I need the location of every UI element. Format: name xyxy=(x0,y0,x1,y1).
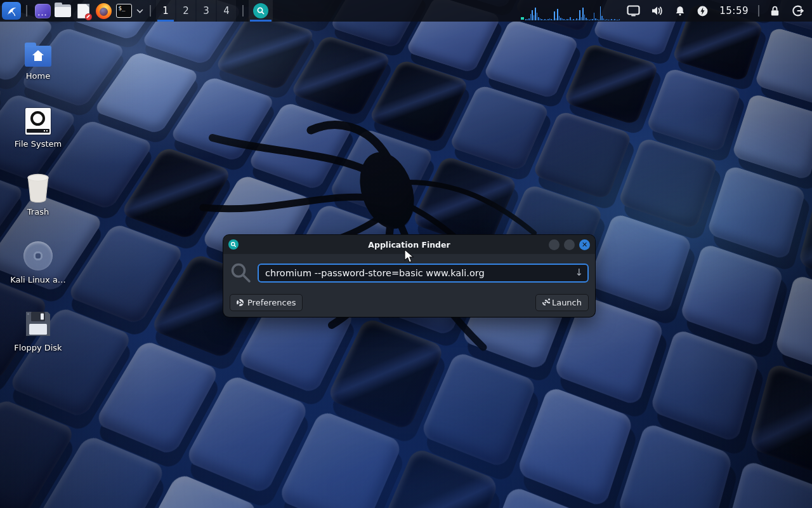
dialog-title: Application Finder xyxy=(223,240,595,250)
cpu-graph-bar xyxy=(613,20,614,20)
cpu-graph-bar xyxy=(527,19,528,20)
logout-icon[interactable] xyxy=(792,4,804,17)
cpu-graph-bar xyxy=(610,20,611,20)
cpu-graph-bar xyxy=(592,19,593,20)
cpu-graph-bar xyxy=(554,11,555,20)
workspace-2[interactable]: 2 xyxy=(176,0,195,22)
lock-icon[interactable] xyxy=(769,5,781,17)
kali-menu-button[interactable] xyxy=(2,2,21,20)
display-icon[interactable] xyxy=(627,5,640,17)
cpu-graph-bar xyxy=(597,19,598,20)
cpu-graph-bar xyxy=(594,13,595,20)
launcher-terminal[interactable]: $_ xyxy=(114,1,134,20)
history-dropdown-icon[interactable]: ↓ xyxy=(575,267,583,278)
cpu-graph-bar xyxy=(601,16,603,20)
desktop-icon-file-system[interactable]: File System xyxy=(6,103,70,149)
hard-drive-icon xyxy=(25,108,51,135)
launcher-file-manager[interactable] xyxy=(53,1,73,20)
workspace-4[interactable]: 4 xyxy=(217,0,236,22)
preferences-button[interactable]: Preferences xyxy=(230,294,303,311)
document-icon xyxy=(77,4,89,18)
terminal-icon: $_ xyxy=(116,4,132,18)
cpu-graph-bar xyxy=(570,17,571,20)
floppy-disk-icon xyxy=(23,309,53,338)
wallpaper-cube xyxy=(754,27,812,108)
gear-icon xyxy=(237,299,244,306)
cpu-graph-bar xyxy=(535,8,536,20)
desktop-icon-floppy[interactable]: Floppy Disk xyxy=(6,307,70,352)
minimize-button[interactable] xyxy=(549,239,560,250)
cpu-graph-bar xyxy=(582,8,584,20)
workspace-1[interactable]: 1 xyxy=(156,0,175,22)
workspace-2-label: 2 xyxy=(183,5,189,17)
mouse-cursor xyxy=(403,249,416,264)
window-app-icon: ••• xyxy=(35,4,51,18)
cpu-graph-bar xyxy=(566,19,568,20)
search-icon xyxy=(230,262,252,284)
cpu-graph-bar xyxy=(605,20,606,20)
launch-button[interactable]: Launch xyxy=(535,294,589,311)
cpu-graph-bar xyxy=(591,19,592,20)
cpu-graph-bar xyxy=(614,19,615,20)
wallpaper-cube xyxy=(646,67,742,152)
wallpaper-cube xyxy=(649,328,760,443)
power-manager-icon[interactable] xyxy=(697,5,709,17)
notifications-icon[interactable] xyxy=(674,5,686,17)
launcher-firefox[interactable] xyxy=(93,1,114,20)
cpu-graph-bar xyxy=(587,19,589,20)
workspace-pager: 1 2 3 4 xyxy=(156,0,237,22)
cpu-graph-bar xyxy=(562,18,563,20)
cpu-graph-bar xyxy=(575,20,576,20)
command-input[interactable] xyxy=(258,264,589,283)
application-finder-window: Application Finder ✕ ↓ Preferences xyxy=(223,235,595,317)
chevron-down-icon[interactable] xyxy=(136,9,143,13)
cpu-graph-bar xyxy=(563,19,565,20)
desktop-icon-label: Home xyxy=(6,71,70,81)
close-button[interactable]: ✕ xyxy=(579,239,590,250)
cpu-graph-bar xyxy=(540,18,541,20)
wallpaper-cube xyxy=(563,43,659,125)
active-task-indicator xyxy=(250,20,272,22)
volume-icon[interactable] xyxy=(651,5,664,17)
cpu-graph-bar xyxy=(579,10,580,20)
launcher-window-app[interactable]: ••• xyxy=(32,1,53,20)
cpu-graph-bar xyxy=(589,20,590,20)
panel-separator xyxy=(150,5,151,17)
desktop-icon-home[interactable]: Home xyxy=(6,35,70,81)
launcher-text-editor[interactable] xyxy=(73,1,93,20)
cpu-graph-bar xyxy=(598,20,599,20)
taskbar-application-finder[interactable] xyxy=(249,0,273,22)
desktop-icon-trash[interactable]: Trash xyxy=(6,171,70,217)
cpu-graph-bar xyxy=(556,18,557,20)
cpu-graph-bar xyxy=(595,18,596,20)
workspace-3[interactable]: 3 xyxy=(197,0,216,22)
wallpaper-cube xyxy=(617,137,717,230)
desktop-icon-kali-cd[interactable]: Kali Linux a… xyxy=(6,239,70,284)
cpu-graph-bar xyxy=(606,19,608,20)
firefox-icon xyxy=(96,3,112,19)
clock[interactable]: 15:59 xyxy=(719,5,749,17)
cpu-graph-bar xyxy=(611,19,612,20)
cpu-graph-bar xyxy=(559,16,560,20)
cd-disc-icon xyxy=(23,241,53,271)
wallpaper-cube xyxy=(731,93,812,181)
cpu-graph-bar xyxy=(537,13,538,20)
cpu-graph-bar xyxy=(551,19,552,20)
cpu-graph-bar xyxy=(584,15,586,20)
cpu-graph[interactable] xyxy=(520,0,618,22)
cpu-graph-bar xyxy=(546,20,547,20)
cpu-graph-bar xyxy=(532,10,533,20)
wallpaper-cube xyxy=(720,459,812,508)
cpu-graph-bar xyxy=(557,9,558,20)
cpu-graph-bar xyxy=(603,18,605,20)
workspace-3-label: 3 xyxy=(203,5,209,17)
cpu-graph-bar xyxy=(530,14,532,20)
cpu-graph-bar xyxy=(525,19,527,20)
cpu-graph-bar xyxy=(572,20,573,20)
cpu-graph-indicator xyxy=(521,17,524,20)
workspace-1-label: 1 xyxy=(162,5,169,17)
wallpaper-cube xyxy=(587,213,693,314)
cpu-graph-bar xyxy=(619,19,620,20)
cpu-graph-bar xyxy=(600,6,601,20)
maximize-button[interactable] xyxy=(564,239,575,250)
